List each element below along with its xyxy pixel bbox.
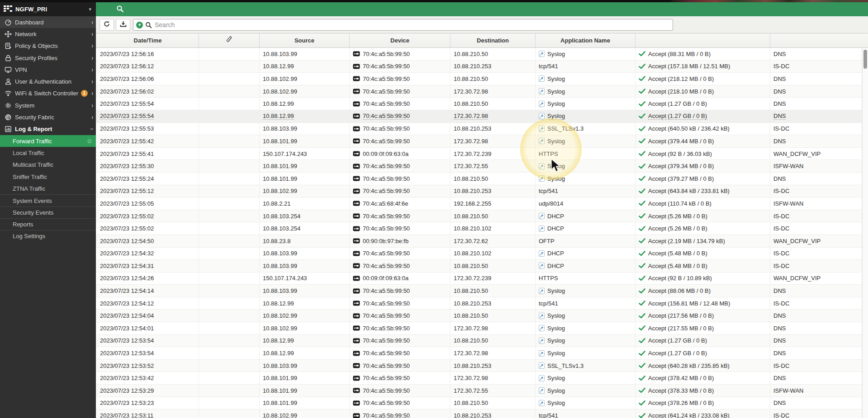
cell-date-time[interactable]: 2023/07/23 12:56:16 — [97, 48, 199, 61]
cell-result[interactable]: Accept (92 B / 36.03 kB) — [636, 148, 770, 160]
cell-attachment[interactable] — [199, 85, 260, 98]
column-header-source[interactable]: Source — [260, 33, 350, 47]
cell-result[interactable]: Accept (5.48 MB / 0 B) — [636, 248, 770, 260]
log-row[interactable]: 2023/07/23 12:55:5410.88.12.9970:4c:a5:5… — [96, 110, 862, 123]
cell-attachment[interactable] — [199, 385, 260, 397]
cell-policy[interactable]: WAN_DCFW_VIP — [770, 272, 862, 285]
cell-application[interactable]: OFTP — [536, 235, 636, 248]
log-row[interactable]: 2023/07/23 12:53:2310.88.101.9970:4c:a5:… — [96, 397, 862, 410]
cell-source[interactable]: 10.88.12.99 — [260, 98, 350, 110]
cell-application[interactable]: tcp/541 — [536, 409, 636, 418]
cell-date-time[interactable]: 2023/07/23 12:55:41 — [97, 148, 199, 160]
cell-source[interactable]: 10.88.12.99 — [260, 110, 350, 123]
cell-date-time[interactable]: 2023/07/23 12:53:54 — [97, 335, 199, 348]
cell-device[interactable]: 70:4c:a5:5b:99:50 — [350, 248, 451, 260]
cell-date-time[interactable]: 2023/07/23 12:55:02 — [97, 210, 199, 223]
cell-device[interactable]: 70:4c:a5:5b:99:50 — [350, 61, 451, 73]
cell-result[interactable]: Accept (379.27 MB / 0 B) — [636, 173, 770, 185]
cell-policy[interactable]: DNS — [770, 98, 862, 110]
log-row[interactable]: 2023/07/23 12:56:1610.88.103.9970:4c:a5:… — [96, 48, 862, 61]
cell-device[interactable]: 70:4c:a5:5b:99:50 — [350, 385, 451, 397]
cell-policy[interactable]: ISFW-WAN — [770, 160, 862, 173]
cell-policy[interactable]: WAN_DCFW_VIP — [770, 148, 862, 160]
cell-application[interactable]: Syslog — [536, 73, 636, 85]
sidebar-item-system-events[interactable]: System Events — [0, 194, 96, 206]
log-search-bar[interactable]: + — [133, 19, 673, 31]
sidebar-item-policy-objects[interactable]: Policy & Objects› — [0, 40, 96, 52]
favorite-star-icon[interactable]: ☆ — [86, 137, 92, 145]
log-row[interactable]: 2023/07/23 12:54:0110.88.102.9970:4c:a5:… — [96, 322, 862, 335]
cell-device[interactable]: 70:4c:a5:5b:99:50 — [350, 310, 451, 322]
cell-policy[interactable]: DNS — [770, 372, 862, 385]
cell-application[interactable]: Syslog — [536, 285, 636, 297]
cell-date-time[interactable]: 2023/07/23 12:54:31 — [97, 260, 199, 272]
sidebar-item-security-events[interactable]: Security Events — [0, 207, 96, 218]
cell-application[interactable]: Syslog — [536, 135, 636, 148]
sidebar-item-log-report[interactable]: Log & Report› — [0, 123, 96, 135]
cell-result[interactable]: Accept (378.33 MB / 0 B) — [636, 385, 770, 397]
cell-destination[interactable]: 10.88.210.253 — [451, 297, 536, 310]
cell-device[interactable]: 70:4c:a5:5b:99:50 — [350, 335, 451, 348]
vertical-scrollbar[interactable] — [862, 48, 868, 418]
cell-result[interactable]: Accept (640.50 kB / 236.42 kB) — [636, 123, 770, 136]
cell-source[interactable]: 10.88.12.99 — [260, 335, 350, 348]
cell-date-time[interactable]: 2023/07/23 12:55:05 — [97, 197, 199, 210]
sidebar-item-dashboard[interactable]: Dashboard› — [0, 16, 96, 28]
cell-date-time[interactable]: 2023/07/23 12:53:11 — [97, 409, 199, 418]
sidebar-item-security-fabric[interactable]: Security Fabric› — [0, 111, 96, 123]
cell-source[interactable]: 10.88.101.99 — [260, 173, 350, 185]
cell-application[interactable]: DHCP — [536, 260, 636, 272]
cell-device[interactable]: 70:4c:a5:5b:99:50 — [350, 210, 451, 223]
cell-date-time[interactable]: 2023/07/23 12:54:04 — [97, 310, 199, 322]
log-row[interactable]: 2023/07/23 12:53:5410.88.12.9970:4c:a5:5… — [96, 347, 862, 360]
cell-device[interactable]: 70:4c:a5:5b:99:50 — [350, 110, 451, 123]
log-row[interactable]: 2023/07/23 12:56:0210.88.102.9970:4c:a5:… — [96, 85, 862, 98]
sidebar-item-reports[interactable]: Reports — [0, 218, 96, 230]
sidebar-item-multicast-traffic[interactable]: Multicast Traffic — [0, 159, 96, 171]
cell-application[interactable]: Syslog — [536, 160, 636, 173]
cell-source[interactable]: 150.107.174.243 — [260, 148, 350, 160]
cell-date-time[interactable]: 2023/07/23 12:54:12 — [97, 297, 199, 310]
cell-result[interactable]: Accept (1.27 GB / 0 B) — [636, 98, 770, 110]
cell-source[interactable]: 10.88.103.254 — [260, 210, 350, 223]
sidebar-item-ztna-traffic[interactable]: ZTNA Traffic — [0, 183, 96, 194]
sidebar-item-local-traffic[interactable]: Local Traffic — [0, 147, 96, 159]
sidebar-item-sniffer-traffic[interactable]: Sniffer Traffic — [0, 171, 96, 183]
cell-device[interactable]: 70:4c:a5:5b:99:50 — [350, 160, 451, 173]
cell-policy[interactable]: IS-DC — [770, 360, 862, 372]
cell-destination[interactable]: 10.88.210.50 — [451, 285, 536, 297]
cell-destination[interactable]: 172.30.72.239 — [451, 272, 536, 285]
cell-destination[interactable]: 192.168.2.255 — [451, 197, 536, 210]
cell-attachment[interactable] — [199, 397, 260, 410]
cell-result[interactable]: Accept (5.26 MB / 0 B) — [636, 222, 770, 235]
cell-result[interactable]: Accept (110.74 kB / 0 B) — [636, 197, 770, 210]
cell-destination[interactable]: 172.30.72.55 — [451, 160, 536, 173]
cell-device[interactable]: 70:4c:a5:5b:99:50 — [350, 285, 451, 297]
cell-policy[interactable]: IS-DC — [770, 297, 862, 310]
cell-destination[interactable]: 172.30.72.239 — [451, 148, 536, 160]
cell-policy[interactable]: DNS — [770, 73, 862, 85]
cell-destination[interactable]: 10.88.210.50 — [451, 335, 536, 348]
cell-destination[interactable]: 172.30.72.62 — [451, 235, 536, 248]
cell-attachment[interactable] — [199, 210, 260, 223]
global-search-button[interactable] — [114, 5, 126, 14]
cell-result[interactable]: Accept (1.27 GB / 0 B) — [636, 335, 770, 348]
cell-application[interactable]: Syslog — [536, 322, 636, 335]
cell-source[interactable]: 10.88.102.99 — [260, 310, 350, 322]
column-header-device[interactable]: Device — [350, 33, 451, 47]
cell-policy[interactable]: IS-DC — [770, 248, 862, 260]
cell-policy[interactable]: IS-DC — [770, 123, 862, 136]
cell-source[interactable]: 10.88.103.99 — [260, 248, 350, 260]
cell-application[interactable]: DHCP — [536, 248, 636, 260]
cell-attachment[interactable] — [199, 197, 260, 210]
cell-attachment[interactable] — [199, 98, 260, 110]
cell-source[interactable]: 10.88.103.99 — [260, 285, 350, 297]
cell-result[interactable]: Accept (218.10 MB / 0 B) — [636, 85, 770, 98]
cell-source[interactable]: 10.88.103.99 — [260, 260, 350, 272]
cell-result[interactable]: Accept (88.06 MB / 0 B) — [636, 285, 770, 297]
cell-attachment[interactable] — [199, 347, 260, 360]
log-row[interactable]: 2023/07/23 12:53:1110.88.102.9970:4c:a5:… — [96, 409, 862, 418]
cell-source[interactable]: 10.88.12.99 — [260, 61, 350, 73]
scrollbar-thumb[interactable] — [863, 50, 867, 69]
cell-result[interactable]: Accept (1.27 GB / 0 B) — [636, 110, 770, 123]
